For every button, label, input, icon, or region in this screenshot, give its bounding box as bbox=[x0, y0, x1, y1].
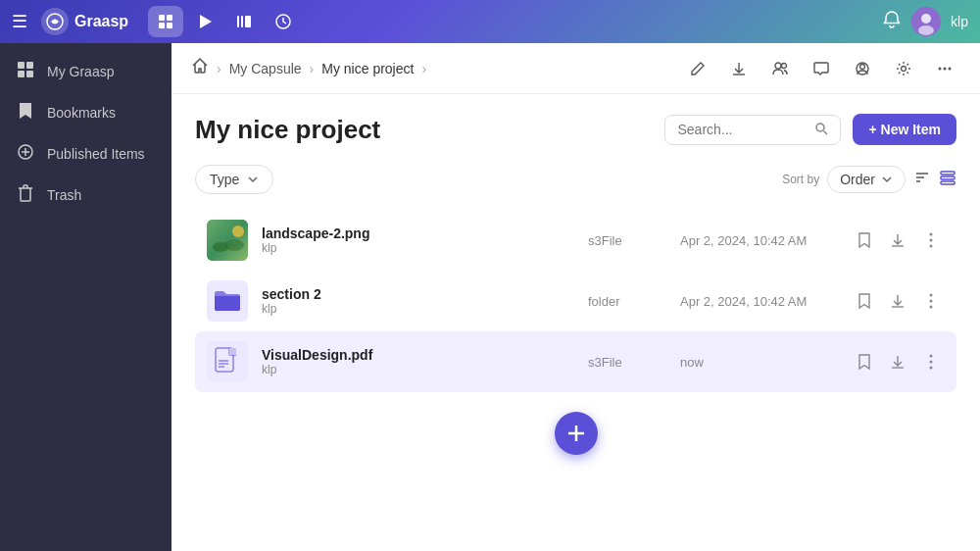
search-input[interactable] bbox=[677, 122, 807, 137]
sidebar-item-bookmarks[interactable]: Bookmarks bbox=[0, 92, 172, 133]
svg-rect-6 bbox=[237, 16, 239, 27]
svg-marker-5 bbox=[200, 15, 212, 28]
new-item-button[interactable]: + New Item bbox=[853, 114, 956, 145]
svg-rect-34 bbox=[207, 220, 248, 261]
breadcrumb-bar: › My Capsule › My nice project › bbox=[172, 43, 980, 94]
sidebar-item-my-graasp[interactable]: My Graasp bbox=[0, 51, 172, 92]
list-item[interactable]: landscape-2.png klp s3File Apr 2, 2024, … bbox=[195, 210, 956, 271]
sidebar-item-trash[interactable]: Trash bbox=[0, 175, 172, 216]
item-thumb-1 bbox=[207, 280, 248, 322]
fab-add-button[interactable] bbox=[555, 412, 598, 455]
list-view-icon[interactable] bbox=[939, 169, 956, 190]
item-actions-0 bbox=[851, 226, 945, 254]
username-label: klp bbox=[951, 14, 968, 29]
svg-point-12 bbox=[918, 25, 934, 35]
menu-icon[interactable]: ☰ bbox=[12, 11, 27, 32]
notification-icon[interactable] bbox=[882, 10, 902, 34]
svg-point-19 bbox=[782, 63, 787, 68]
avatar-header-icon[interactable] bbox=[847, 53, 878, 84]
item-name-1: section 2 bbox=[262, 286, 574, 302]
published-icon bbox=[16, 143, 35, 165]
breadcrumb-project: My nice project bbox=[321, 61, 414, 76]
more-options-icon-1[interactable] bbox=[917, 287, 945, 315]
sort-dropdown[interactable]: Order bbox=[827, 166, 906, 193]
svg-rect-15 bbox=[18, 71, 24, 77]
list-item[interactable]: VisualDesign.pdf klp s3File now bbox=[195, 331, 956, 392]
nav-tab-grid[interactable] bbox=[148, 6, 183, 37]
settings-icon[interactable] bbox=[888, 53, 919, 84]
sidebar-label-bookmarks: Bookmarks bbox=[47, 105, 116, 121]
breadcrumb-sep-2: › bbox=[310, 61, 315, 76]
breadcrumb-sep-1: › bbox=[217, 61, 221, 76]
members-icon[interactable] bbox=[764, 53, 796, 84]
nav-tabs bbox=[148, 6, 301, 37]
svg-point-40 bbox=[930, 245, 933, 248]
svg-point-38 bbox=[930, 233, 933, 236]
svg-point-21 bbox=[860, 64, 865, 69]
page-title: My nice project bbox=[195, 115, 380, 145]
content-area: › My Capsule › My nice project › bbox=[172, 43, 980, 551]
main-layout: My Graasp Bookmarks Published Items Tras… bbox=[0, 43, 980, 551]
svg-point-25 bbox=[949, 67, 952, 70]
sort-direction-icon[interactable] bbox=[913, 169, 931, 190]
svg-rect-8 bbox=[245, 16, 251, 27]
item-date-0: Apr 2, 2024, 10:42 AM bbox=[680, 233, 837, 248]
nav-tab-history[interactable] bbox=[266, 6, 301, 37]
chat-icon[interactable] bbox=[806, 53, 837, 84]
item-thumb-0 bbox=[207, 220, 248, 261]
svg-point-51 bbox=[930, 367, 933, 370]
nav-right: klp bbox=[882, 7, 968, 36]
svg-rect-32 bbox=[941, 176, 955, 179]
filter-bar: Type Sort by Order bbox=[195, 165, 956, 194]
nav-tab-library[interactable] bbox=[226, 6, 262, 37]
svg-line-27 bbox=[824, 130, 828, 134]
list-item[interactable]: section 2 klp folder Apr 2, 2024, 10:42 … bbox=[195, 271, 956, 331]
page-content: My nice project + New Item Type bbox=[172, 94, 980, 551]
sidebar-label-my-graasp: My Graasp bbox=[47, 64, 114, 79]
item-info-0: landscape-2.png klp bbox=[262, 225, 574, 255]
search-icon bbox=[814, 122, 828, 138]
more-options-icon-2[interactable] bbox=[917, 348, 945, 376]
item-owner-1: klp bbox=[262, 302, 574, 316]
download-icon-0[interactable] bbox=[884, 226, 911, 254]
svg-rect-1 bbox=[159, 15, 165, 21]
item-date-2: now bbox=[680, 355, 837, 370]
download-header-icon[interactable] bbox=[723, 53, 755, 84]
nav-tab-play[interactable] bbox=[187, 6, 222, 37]
item-owner-0: klp bbox=[262, 241, 574, 255]
type-filter-dropdown[interactable]: Type bbox=[195, 165, 273, 194]
more-options-icon-0[interactable] bbox=[917, 226, 945, 254]
sidebar-label-trash: Trash bbox=[47, 187, 81, 203]
item-type-2: s3File bbox=[588, 355, 666, 370]
bookmark-icon-0[interactable] bbox=[851, 226, 878, 254]
page-header: My nice project + New Item bbox=[195, 114, 956, 145]
svg-point-43 bbox=[930, 306, 933, 309]
sort-bar: Sort by Order bbox=[782, 166, 956, 193]
svg-rect-2 bbox=[167, 15, 172, 21]
type-filter-label: Type bbox=[210, 172, 239, 187]
svg-point-39 bbox=[930, 239, 933, 242]
more-icon[interactable] bbox=[929, 53, 960, 84]
download-icon-2[interactable] bbox=[884, 348, 911, 376]
breadcrumb-actions bbox=[682, 53, 960, 84]
svg-point-49 bbox=[930, 355, 933, 358]
page-header-right: + New Item bbox=[664, 114, 956, 145]
svg-rect-7 bbox=[241, 16, 243, 27]
breadcrumb-home[interactable] bbox=[191, 57, 209, 79]
app-logo[interactable]: Graasp bbox=[41, 8, 128, 35]
logo-icon bbox=[41, 8, 69, 35]
sidebar-item-published[interactable]: Published Items bbox=[0, 133, 172, 175]
search-box[interactable] bbox=[664, 115, 841, 145]
bookmark-icon-1[interactable] bbox=[851, 287, 878, 315]
sort-by-label: Sort by bbox=[782, 173, 819, 186]
download-icon-1[interactable] bbox=[884, 287, 911, 315]
breadcrumb-capsule[interactable]: My Capsule bbox=[229, 61, 302, 76]
item-date-1: Apr 2, 2024, 10:42 AM bbox=[680, 294, 837, 309]
bookmark-icon-2[interactable] bbox=[851, 348, 878, 376]
avatar[interactable] bbox=[911, 7, 941, 36]
svg-point-50 bbox=[930, 361, 933, 364]
sort-value: Order bbox=[840, 172, 875, 187]
edit-icon[interactable] bbox=[682, 53, 713, 84]
item-type-0: s3File bbox=[588, 233, 666, 248]
top-nav: ☰ Graasp klp bbox=[0, 0, 980, 43]
